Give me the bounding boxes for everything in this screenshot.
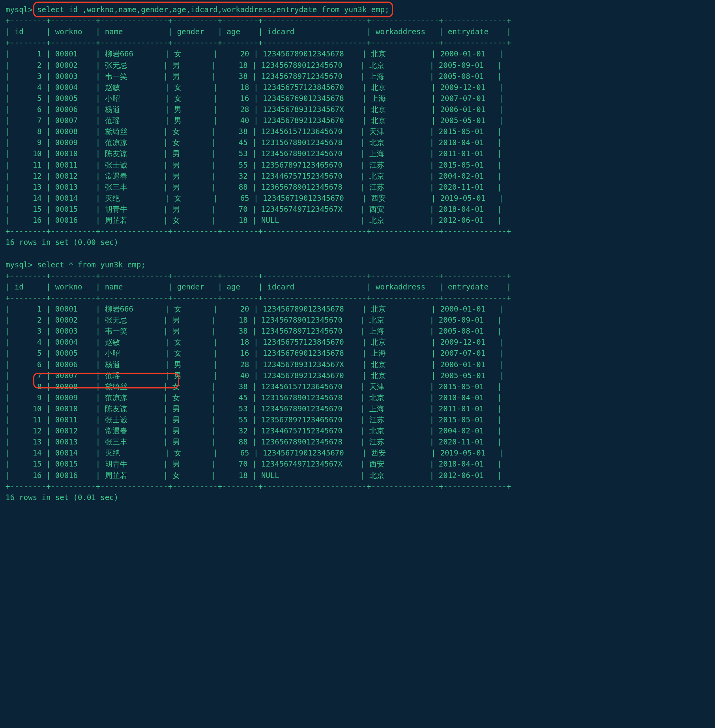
sql-query-1: select id ,workno,name,gender,age,idcard… bbox=[37, 5, 389, 14]
rows-summary-1: 16 rows in set (0.00 sec) bbox=[6, 237, 709, 248]
terminal-screen: mysql> select id ,workno,name,gender,age… bbox=[0, 0, 715, 511]
mysql-prompt-1[interactable]: mysql> select id ,workno,name,gender,age… bbox=[6, 4, 709, 15]
result-table-1: +--------+----------+---------------+---… bbox=[6, 15, 709, 237]
sql-query-2: select * from yun3k_emp; bbox=[37, 260, 146, 269]
prompt-label: mysql> bbox=[6, 5, 33, 14]
rows-summary-2: 16 rows in set (0.01 sec) bbox=[6, 492, 709, 503]
mysql-prompt-2[interactable]: mysql> select * from yun3k_emp; bbox=[6, 259, 709, 270]
result-table-2: +--------+----------+---------------+---… bbox=[6, 270, 709, 492]
prompt-label: mysql> bbox=[6, 260, 33, 269]
blank-line bbox=[6, 248, 709, 259]
